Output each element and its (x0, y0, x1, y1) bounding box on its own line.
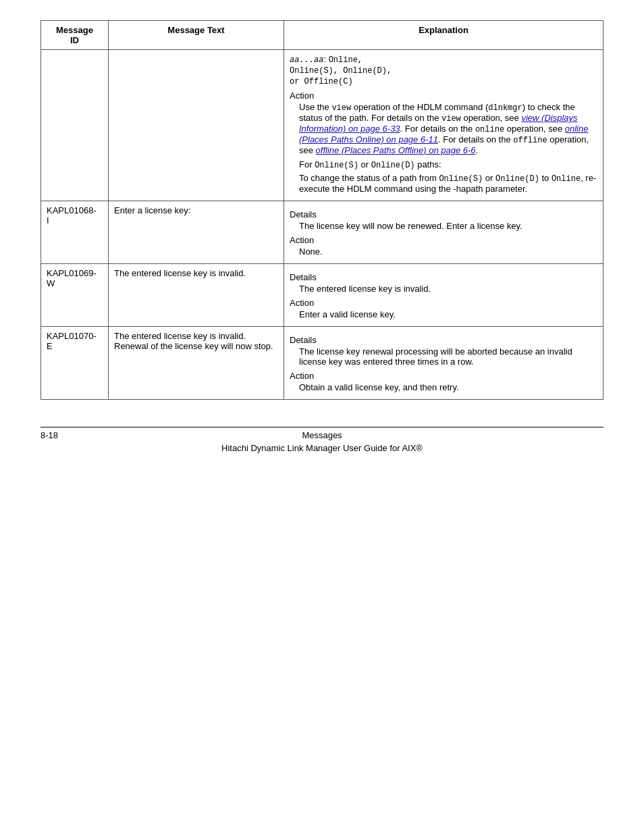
page-number: 8-18 (41, 430, 58, 440)
footer-title: Hitachi Dynamic Link Manager User Guide … (41, 443, 603, 453)
row2-explanation: Details The entered license key is inval… (284, 264, 603, 327)
table-row: KAPL01068-I Enter a license key: Details… (41, 201, 603, 264)
row1-explanation: Details The license key will now be rene… (284, 201, 603, 264)
link-offline-places[interactable]: offline (Places Paths Offline) on page 6… (316, 145, 476, 155)
row2-id: KAPL01069-W (41, 264, 109, 327)
row0-message (109, 50, 284, 201)
main-table: MessageID Message Text Explanation aa...… (41, 20, 603, 400)
row2-message: The entered license key is invalid. (109, 264, 284, 327)
row3-id: KAPL01070-E (41, 327, 109, 400)
link-view-displays[interactable]: view (Displays Information) on page 6-33 (299, 113, 578, 134)
footer-divider (41, 427, 603, 427)
row3-message: The entered license key is invalid.Renew… (109, 327, 284, 400)
table-row: KAPL01069-W The entered license key is i… (41, 264, 603, 327)
row0-id (41, 50, 109, 201)
row1-id: KAPL01068-I (41, 201, 109, 264)
table-row: aa...aa: Online,Online(S), Online(D),or … (41, 50, 603, 201)
row1-message: Enter a license key: (109, 201, 284, 264)
header-explanation: Explanation (284, 21, 603, 50)
footer-center-text: Messages (302, 430, 342, 440)
footer: 8-18 Messages Hitachi Dynamic Link Manag… (41, 427, 603, 453)
page-container: MessageID Message Text Explanation aa...… (0, 0, 644, 494)
row3-explanation: Details The license key renewal processi… (284, 327, 603, 400)
row0-explanation: aa...aa: Online,Online(S), Online(D),or … (284, 50, 603, 201)
header-id: MessageID (41, 21, 109, 50)
header-message: Message Text (109, 21, 284, 50)
table-row: KAPL01070-E The entered license key is i… (41, 327, 603, 400)
